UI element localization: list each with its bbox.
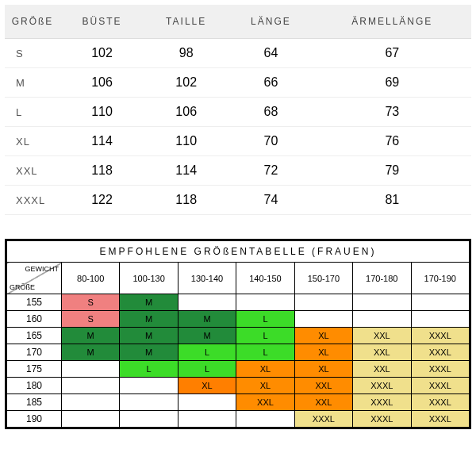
table-row: L1101066873 bbox=[5, 98, 471, 127]
cell: 68 bbox=[228, 98, 313, 127]
size-cell: L bbox=[236, 311, 294, 328]
cell: XXL bbox=[5, 156, 60, 186]
size-cell bbox=[61, 361, 119, 378]
cell: 98 bbox=[144, 39, 228, 68]
cell: 76 bbox=[313, 127, 471, 156]
weight-header: 80-100 bbox=[61, 263, 119, 294]
cell: 64 bbox=[228, 39, 313, 68]
size-cell: XXXL bbox=[353, 378, 411, 394]
cell: 114 bbox=[144, 156, 228, 186]
table-row: 180XLXLXXLXXXLXXXL bbox=[7, 378, 470, 394]
table-title: EMPFOHLENE GRÖßENTABELLE (FRAUEN) bbox=[7, 241, 470, 263]
height-header: 170 bbox=[7, 344, 62, 361]
cell: 110 bbox=[144, 127, 228, 156]
size-cell: XL bbox=[294, 361, 352, 378]
size-cell: M bbox=[61, 328, 119, 344]
table-row: 175LLXLXLXXLXXXL bbox=[7, 361, 470, 378]
size-cell bbox=[61, 394, 119, 411]
size-cell: XXXL bbox=[353, 394, 411, 411]
table-row: XXXL1221187481 bbox=[5, 186, 471, 215]
table-row: 190XXXLXXXLXXXL bbox=[7, 411, 470, 428]
size-cell: M bbox=[178, 311, 236, 328]
col-header: TAILLE bbox=[144, 5, 228, 39]
height-header: 155 bbox=[7, 294, 62, 311]
size-cell: XXL bbox=[353, 328, 411, 344]
size-cell: L bbox=[236, 328, 294, 344]
table-row: M1061026669 bbox=[5, 68, 471, 98]
table-row: XL1141107076 bbox=[5, 127, 471, 156]
size-cell: XL bbox=[294, 328, 352, 344]
table-row: S102986467 bbox=[5, 39, 471, 68]
height-header: 185 bbox=[7, 394, 62, 411]
size-cell bbox=[61, 411, 119, 428]
table-row: 185XXLXXLXXXLXXXL bbox=[7, 394, 470, 411]
size-cell: M bbox=[178, 328, 236, 344]
size-cell: L bbox=[178, 361, 236, 378]
size-cell bbox=[411, 294, 470, 311]
size-cell: XXL bbox=[353, 344, 411, 361]
size-cell bbox=[353, 294, 411, 311]
size-cell bbox=[294, 294, 352, 311]
cell: 69 bbox=[313, 68, 471, 98]
weight-header: 100-130 bbox=[120, 263, 178, 294]
cell: L bbox=[5, 98, 60, 127]
size-cell bbox=[353, 311, 411, 328]
cell: 122 bbox=[60, 186, 144, 215]
size-cell: L bbox=[236, 344, 294, 361]
table-row: 170MMLLXLXXLXXXL bbox=[7, 344, 470, 361]
col-header: LÄNGE bbox=[228, 5, 313, 39]
size-cell bbox=[61, 378, 119, 394]
size-cell bbox=[120, 411, 178, 428]
col-header: GRÖßE bbox=[5, 5, 60, 39]
size-cell: XXXL bbox=[411, 411, 470, 428]
cell: 67 bbox=[313, 39, 471, 68]
cell: 106 bbox=[144, 98, 228, 127]
cell: 81 bbox=[313, 186, 471, 215]
size-cell: XL bbox=[236, 378, 294, 394]
size-cell: L bbox=[178, 344, 236, 361]
cell: XL bbox=[5, 127, 60, 156]
size-cell: M bbox=[120, 328, 178, 344]
table-row: 165MMMLXLXXLXXXL bbox=[7, 328, 470, 344]
col-header: ÄRMELLÄNGE bbox=[313, 5, 471, 39]
size-cell bbox=[411, 311, 470, 328]
size-cell: XXL bbox=[294, 394, 352, 411]
size-cell: L bbox=[120, 361, 178, 378]
height-header: 165 bbox=[7, 328, 62, 344]
weight-header: 170-190 bbox=[411, 263, 470, 294]
table-row: XXL1181147279 bbox=[5, 156, 471, 186]
size-cell: XXXL bbox=[411, 328, 470, 344]
size-cell: M bbox=[61, 344, 119, 361]
size-cell bbox=[120, 394, 178, 411]
cell: 72 bbox=[228, 156, 313, 186]
table-row: 155SM bbox=[7, 294, 470, 311]
cell: 73 bbox=[313, 98, 471, 127]
size-cell: M bbox=[120, 344, 178, 361]
size-cell: XXXL bbox=[411, 394, 470, 411]
size-cell bbox=[294, 311, 352, 328]
size-cell: XXL bbox=[236, 394, 294, 411]
table-row: 160SMML bbox=[7, 311, 470, 328]
size-cell bbox=[120, 378, 178, 394]
cell: 74 bbox=[228, 186, 313, 215]
size-cell: XXXL bbox=[411, 344, 470, 361]
size-cell: M bbox=[120, 311, 178, 328]
cell: M bbox=[5, 68, 60, 98]
size-cell: XXXL bbox=[411, 361, 470, 378]
cell: 106 bbox=[60, 68, 144, 98]
cell: 66 bbox=[228, 68, 313, 98]
size-cell: S bbox=[61, 311, 119, 328]
corner-size: GRÖßE bbox=[10, 283, 35, 291]
cell: 102 bbox=[60, 39, 144, 68]
weight-header: 140-150 bbox=[236, 263, 294, 294]
size-cell: XXXL bbox=[411, 378, 470, 394]
weight-header: 170-180 bbox=[353, 263, 411, 294]
size-cell: XL bbox=[178, 378, 236, 394]
recommended-size-table: EMPFOHLENE GRÖßENTABELLE (FRAUEN) GEWICH… bbox=[6, 240, 470, 428]
cell: S bbox=[5, 39, 60, 68]
cell: 79 bbox=[313, 156, 471, 186]
size-cell: M bbox=[120, 294, 178, 311]
size-cell bbox=[236, 294, 294, 311]
size-cell: XXL bbox=[353, 361, 411, 378]
size-cell: XL bbox=[236, 361, 294, 378]
